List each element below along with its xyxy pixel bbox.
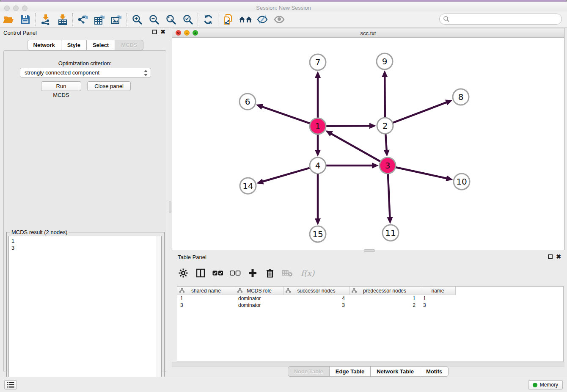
toolbar-separator [198, 13, 198, 26]
edge-3-1[interactable] [330, 133, 380, 161]
table-row[interactable]: 3dominator323 [177, 302, 563, 309]
search-input[interactable] [451, 15, 559, 23]
tab-style[interactable]: Style [61, 40, 87, 50]
network-view-window: ✕ − + scc.txt 7968124314101511 [172, 28, 564, 250]
edge-4-14[interactable] [261, 168, 310, 182]
zoom-fit-icon [165, 14, 176, 25]
split-divider-horizontal[interactable] [364, 249, 375, 252]
float-table-panel-icon[interactable] [548, 254, 553, 259]
cell-successor-nodes[interactable]: 4 [284, 295, 350, 302]
edge-2-9[interactable] [385, 75, 385, 117]
cell-mcds-role[interactable]: dominator [235, 302, 284, 309]
add-column-button[interactable] [247, 268, 258, 279]
arrowhead-2-9 [382, 70, 388, 77]
tab-edge-table[interactable]: Edge Table [330, 366, 371, 377]
task-history-button[interactable] [4, 380, 17, 389]
float-panel-icon[interactable] [152, 30, 157, 34]
function-builder-button[interactable]: f(x) [299, 268, 316, 279]
mcds-result-text: 1 3 [11, 237, 14, 251]
edge-3-11[interactable] [388, 174, 390, 219]
toolbar-separator [218, 13, 219, 26]
column-header-mcds-role[interactable]: MCDS role [235, 287, 284, 295]
close-panel-icon[interactable]: ✖ [160, 30, 165, 34]
result-scrollbar[interactable] [156, 236, 161, 389]
arrowhead-1-6 [256, 104, 263, 110]
clone-network-icon [223, 14, 234, 25]
zoom-selected-button[interactable] [179, 13, 196, 26]
edge-1-2[interactable] [326, 126, 371, 126]
network-window-titlebar[interactable]: ✕ − + scc.txt [172, 28, 564, 38]
criterion-dropdown[interactable]: strongly connected component [20, 68, 151, 77]
delete-table-button[interactable] [282, 268, 293, 279]
mcds-result-area[interactable]: 1 3 [8, 236, 162, 389]
zoom-fit-button[interactable] [162, 13, 179, 26]
cell-predecessor-nodes[interactable]: 2 [350, 302, 420, 309]
memory-status-icon [533, 383, 537, 387]
apply-layout-button[interactable] [200, 13, 217, 26]
mcds-panel: Optimization criterion: strongly connect… [3, 50, 166, 372]
titlebar[interactable]: Session: New Session [0, 2, 567, 11]
tab-network[interactable]: Network [27, 40, 61, 50]
tab-motifs[interactable]: Motifs [420, 366, 449, 377]
zoom-in-button[interactable] [129, 13, 146, 26]
table-settings-button[interactable] [178, 268, 189, 279]
application-window: Session: New Session [0, 0, 567, 392]
import-table-button[interactable] [54, 13, 71, 26]
edge-2-3[interactable] [385, 134, 387, 152]
column-header-name[interactable]: name [420, 287, 456, 295]
close-table-panel-icon[interactable]: ✖ [556, 254, 561, 259]
cell-shared-name[interactable]: 1 [177, 295, 235, 302]
checked-boxes-icon [212, 270, 223, 276]
arrowhead-4-15 [315, 218, 321, 225]
cell-mcds-role[interactable]: dominator [235, 295, 284, 302]
tab-node-table[interactable]: Node Table [288, 366, 330, 377]
cell-successor-nodes[interactable]: 3 [284, 302, 350, 309]
table-row[interactable]: 1dominator411 [177, 295, 563, 302]
export-network-icon [77, 14, 89, 25]
network-graph: 7968124314101511 [173, 38, 564, 250]
close-panel-button[interactable]: Close panel [87, 81, 131, 91]
export-network-button[interactable] [74, 13, 91, 26]
node-label-9: 9 [382, 56, 388, 66]
clone-network-button[interactable] [220, 13, 237, 26]
split-divider-vertical[interactable] [169, 28, 171, 373]
status-bar: Memory [0, 377, 567, 392]
cell-name[interactable]: 3 [420, 302, 456, 309]
edge-3-10[interactable] [396, 167, 448, 179]
import-network-button[interactable] [37, 13, 54, 26]
column-header-predecessor-nodes[interactable]: predecessor nodes [350, 287, 420, 295]
open-file-button[interactable] [0, 13, 17, 26]
export-table-button[interactable] [91, 13, 108, 26]
arrowhead-3-11 [387, 217, 393, 224]
hide-selected-button[interactable] [254, 13, 271, 26]
edge-1-6[interactable] [261, 106, 310, 124]
column-header-shared-name[interactable]: shared name [177, 287, 235, 295]
delete-column-button[interactable] [264, 268, 275, 279]
node-table: shared nameMCDS rolesuccessor nodesprede… [177, 286, 564, 362]
first-neighbors-button[interactable] [237, 13, 254, 26]
export-image-button[interactable] [108, 13, 125, 26]
cell-shared-name[interactable]: 3 [177, 302, 235, 309]
save-session-button[interactable] [17, 13, 34, 26]
export-table-icon [94, 14, 106, 25]
show-all-button[interactable] [271, 13, 288, 26]
tab-select[interactable]: Select [87, 40, 115, 50]
memory-button[interactable]: Memory [528, 380, 563, 389]
column-header-successor-nodes[interactable]: successor nodes [284, 287, 350, 295]
network-canvas[interactable]: 7968124314101511 [173, 38, 564, 250]
toolbar-separator [72, 13, 73, 26]
tab-mcds[interactable]: MCDS [115, 40, 143, 50]
select-all-columns-button[interactable] [212, 268, 223, 279]
edge-2-8[interactable] [393, 102, 448, 123]
import-table-icon [57, 14, 68, 25]
arrowhead-2-8 [445, 100, 452, 105]
cell-name[interactable]: 1 [420, 295, 456, 302]
cell-predecessor-nodes[interactable]: 1 [350, 295, 420, 302]
tab-network-table[interactable]: Network Table [371, 366, 420, 377]
chevron-up-down-icon [143, 69, 148, 77]
deselect-all-columns-button[interactable] [230, 268, 241, 279]
zoom-out-button[interactable] [146, 13, 162, 26]
column-layout-button[interactable] [195, 268, 206, 279]
divider-grip[interactable] [169, 202, 171, 213]
run-mcds-button[interactable]: Run MCDS [41, 81, 81, 91]
